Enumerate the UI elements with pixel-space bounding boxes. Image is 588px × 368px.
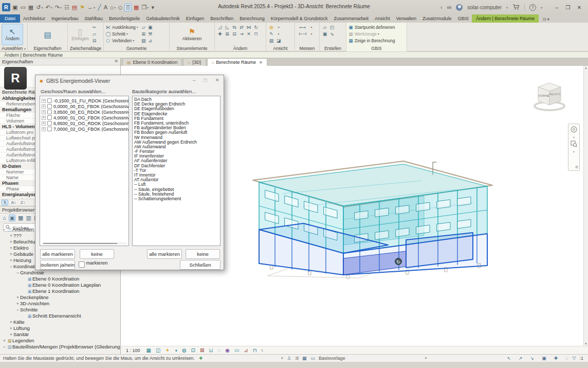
- tree-expander-icon[interactable]: −: [15, 307, 20, 313]
- tree-expander-icon[interactable]: −: [2, 344, 7, 350]
- ribbon-tab-einf-gen[interactable]: Einfügen: [183, 14, 208, 23]
- tree-item-ebene-0-koordination[interactable]: ▣Ebene 0 Koordination: [0, 276, 120, 282]
- category-list-item[interactable]: -- Säule, eingebettet: [133, 187, 220, 192]
- restore-button[interactable]: ❐: [562, 5, 574, 10]
- mirror-tool-icon[interactable]: ⇆: [232, 25, 236, 30]
- file-tab[interactable]: Datei: [0, 14, 20, 23]
- expand-icon[interactable]: ‹: [262, 347, 263, 353]
- panel-label[interactable]: Messen: [295, 46, 319, 51]
- ribbon-tab-zusatzmodule[interactable]: Zusatzmodule: [419, 14, 455, 23]
- split-tool-icon[interactable]: ⊞: [225, 31, 229, 37]
- revit-logo[interactable]: R: [2, 3, 10, 11]
- sync-icon[interactable]: ↺▾: [35, 4, 43, 11]
- level-checkbox[interactable]: [47, 104, 52, 109]
- user-avatar[interactable]: [456, 4, 463, 11]
- close-button[interactable]: ✕: [574, 5, 585, 10]
- category-list-item[interactable]: -- Luft: [133, 182, 220, 187]
- shadows-icon[interactable]: ◑: [174, 347, 177, 353]
- ribbon-tab-stahlbau[interactable]: Stahlbau: [82, 14, 106, 23]
- caret-icon[interactable]: ▾: [310, 32, 312, 36]
- binoculars-search-icon[interactable]: ∞: [447, 4, 452, 11]
- create-parts-icon[interactable]: ▣: [323, 31, 327, 37]
- tree-expander-icon[interactable]: +: [9, 251, 13, 257]
- tree-item-sanit-r[interactable]: +Sanitär: [0, 331, 120, 338]
- unlock-view-icon[interactable]: ⊔: [209, 347, 213, 353]
- caret-icon[interactable]: ▾: [278, 25, 279, 29]
- detail-line-icon[interactable]: ╱: [97, 4, 102, 11]
- panel-label[interactable]: GBIS: [346, 46, 407, 51]
- user-caret-icon[interactable]: ▾: [506, 6, 508, 9]
- gbis-startpoint-button[interactable]: ▣Startpunkt definieren: [348, 24, 405, 30]
- coping-button[interactable]: ⋉Ausklinkung▾: [105, 24, 138, 30]
- design-option-value[interactable]: Basisvorlage: [319, 356, 345, 361]
- sheets-icon[interactable]: ▦: [18, 215, 23, 221]
- level-list-item[interactable]: +6,8500_01_OG_RDOK (Geschossniveau = 6,8…: [40, 120, 128, 126]
- expand-plus-icon[interactable]: +: [42, 121, 46, 126]
- ribbon-tab-verwalten[interactable]: Verwalten: [393, 14, 419, 23]
- panel-label[interactable]: Steuerelemente: [170, 46, 214, 51]
- create-assembly-icon[interactable]: ⇘: [330, 31, 334, 37]
- create-group-icon[interactable]: ▱: [323, 25, 327, 30]
- beam-joins-icon[interactable]: ⊞: [142, 31, 146, 37]
- level-checkbox[interactable]: [47, 98, 52, 103]
- category-list-item[interactable]: AT Außentür: [133, 178, 220, 182]
- tree-item-ebene-1-koordination[interactable]: ▣Ebene 1 Koordination: [0, 288, 120, 294]
- drag-on-selection-icon[interactable]: ✚: [554, 356, 558, 361]
- dropdown-caret-icon[interactable]: ▾: [94, 6, 95, 9]
- view-tab-ebene-0-koordination[interactable]: ▤Ebene 0 Koordination: [122, 58, 182, 66]
- tree-expander-icon[interactable]: −: [2, 226, 7, 233]
- category-list-item[interactable]: -F Fenster: [133, 149, 220, 154]
- expand-plus-icon[interactable]: +: [42, 110, 46, 114]
- view-tab-berechnete-r-ume[interactable]: ⌂Berechnete Räume✕: [207, 58, 267, 66]
- constraints-icon[interactable]: ⊓: [253, 347, 257, 353]
- panel-label[interactable]: Zwischenablage: [68, 46, 103, 51]
- tree-expander-icon[interactable]: +: [9, 331, 13, 338]
- ribbon-tab-architektur[interactable]: Architektur: [20, 14, 48, 23]
- copy-tool-icon[interactable]: ⋈: [247, 25, 251, 30]
- category-list-item[interactable]: AW Außenwand: [133, 145, 220, 149]
- isolate-toggle-button[interactable]: isolieren ja/nein: [40, 260, 75, 270]
- align-tool-icon[interactable]: ◿: [218, 25, 222, 30]
- background-processes-icon[interactable]: ◌: [565, 356, 568, 361]
- tree-item-bauteillisten-mengen-projektbr[interactable]: −▥Bauteillisten/Mengen (Projektbrowser (…: [0, 344, 120, 350]
- dropdown-caret-icon[interactable]: ▾: [60, 6, 62, 9]
- expand-plus-icon[interactable]: +: [42, 116, 46, 120]
- thin-lines-icon[interactable]: ☰: [124, 4, 132, 11]
- tree-expander-icon[interactable]: +: [9, 239, 13, 245]
- activate-controls-button[interactable]: ⚑ Aktivieren: [177, 24, 208, 45]
- design-options-caret-icon[interactable]: ▾: [425, 356, 427, 360]
- tree-expander-icon[interactable]: −: [9, 264, 13, 270]
- lightbulb-icon[interactable]: ◍: [269, 25, 273, 30]
- align-icon[interactable]: ⊿: [149, 38, 153, 43]
- view-cube[interactable]: VORNE RECHTS: [534, 79, 566, 113]
- worksets-dialog-icon[interactable]: ▦: [302, 356, 307, 361]
- tree-item-l-ftung[interactable]: +Lüftung: [0, 325, 120, 331]
- panel-label[interactable]: Geometrie: [104, 46, 169, 51]
- zoom-caret-icon[interactable]: ▾: [573, 150, 575, 153]
- vertical-scrollbar[interactable]: ▲ ▼: [583, 66, 588, 346]
- filter-icon[interactable]: ▽: [573, 356, 576, 361]
- ribbon-tab-k-rpermodell-grundst-ck[interactable]: Körpermodell & Grundstück: [268, 14, 331, 23]
- ribbon-tab-ansicht[interactable]: Ansicht: [372, 14, 393, 23]
- tree-expander-icon[interactable]: +: [9, 233, 13, 239]
- sort-default-button[interactable]: ⇅: [2, 200, 8, 205]
- search-collapse-icon[interactable]: ‹: [440, 5, 442, 10]
- level-checkbox[interactable]: [47, 110, 52, 114]
- view-scale-button[interactable]: 1 : 100: [126, 348, 140, 353]
- worksets-icon[interactable]: ♙: [287, 356, 291, 361]
- array-tool-icon[interactable]: ⊟: [232, 31, 236, 37]
- levels-horizontal-scrollbar[interactable]: [42, 242, 126, 244]
- tree-item-legenden[interactable]: +▦Legenden: [0, 338, 120, 344]
- dropdown-caret-icon[interactable]: ▾: [147, 6, 149, 9]
- level-checkbox[interactable]: [47, 127, 52, 131]
- visual-style-icon[interactable]: ◫: [156, 347, 160, 353]
- categories-listbox[interactable]: DA DachDE Decke gegen ErdreichDE Etagenf…: [132, 96, 220, 246]
- select-underlay-icon[interactable]: ↗: [519, 356, 523, 361]
- match-icon[interactable]: ⊟: [93, 38, 97, 43]
- modify-button[interactable]: ↖ Ändern: [2, 24, 23, 45]
- ribbon-tab-berechnung[interactable]: Berechnung: [236, 14, 268, 23]
- rotate-tool-icon[interactable]: ↻: [254, 25, 258, 30]
- ribbon-tab-ingenieurbau[interactable]: Ingenieurbau: [48, 14, 82, 23]
- user-name[interactable]: solar-computer: [467, 5, 502, 10]
- dropdown-caret-icon[interactable]: ▾: [51, 6, 52, 9]
